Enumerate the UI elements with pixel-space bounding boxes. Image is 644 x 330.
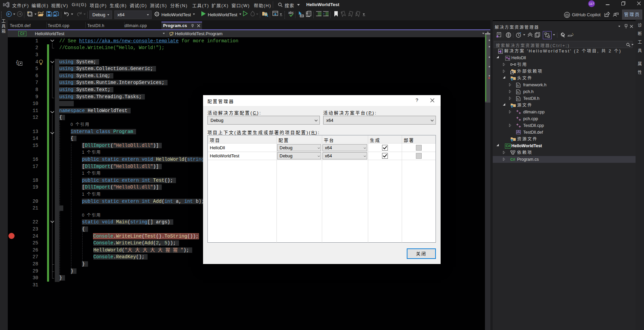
svg-text:h: h <box>517 98 519 101</box>
svg-text:C#: C# <box>506 144 510 148</box>
svg-text:h: h <box>517 91 519 94</box>
svg-text:h: h <box>517 84 519 88</box>
svg-text:C#: C# <box>510 157 515 161</box>
svg-text:?: ? <box>323 13 325 16</box>
